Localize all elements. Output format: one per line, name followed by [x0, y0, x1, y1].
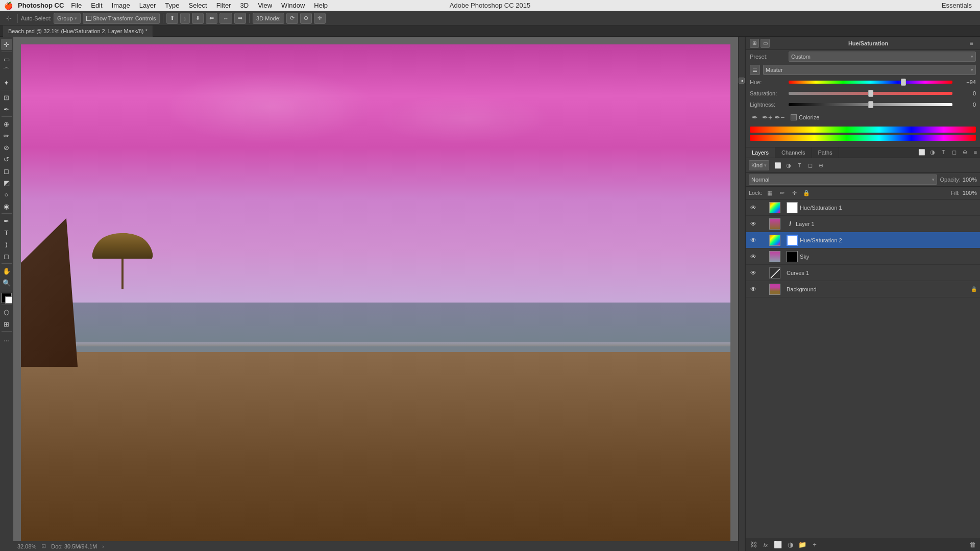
text-tool[interactable]: T	[1, 227, 12, 238]
opacity-value[interactable]: 100%	[963, 177, 977, 183]
magic-wand-tool[interactable]: ✦	[1, 77, 12, 88]
light-slider-track[interactable]	[789, 103, 952, 106]
properties-icon-adjustments[interactable]: ⊞	[750, 39, 759, 48]
show-transform-btn[interactable]: Show Transform Controls	[83, 13, 160, 24]
panel-menu-btn[interactable]: ≡	[971, 147, 980, 157]
history-brush-tool[interactable]: ↺	[1, 154, 12, 165]
brush-tool[interactable]: ✏	[1, 130, 12, 141]
menu-view[interactable]: View	[254, 1, 276, 10]
layer-delete-btn[interactable]: 🗑	[968, 540, 977, 549]
kind-shape-icon[interactable]: ◻	[805, 161, 815, 170]
kind-adjust-icon[interactable]: ◑	[784, 161, 793, 170]
kind-smart-icon[interactable]: ⊕	[816, 161, 825, 170]
path-selection-tool[interactable]: ⟩	[1, 239, 12, 250]
layer-vis-curves1[interactable]: 👁	[749, 268, 758, 278]
layer-mask-sky[interactable]	[787, 251, 798, 262]
screen-mode-tool[interactable]: ⊞	[1, 318, 12, 330]
align-bottom-btn[interactable]: ⬇	[192, 13, 204, 24]
kind-pixel-icon[interactable]: ⬜	[773, 161, 782, 170]
menu-image[interactable]: Image	[108, 1, 134, 10]
eyedropper-tool[interactable]: ✒	[1, 104, 12, 115]
eraser-tool[interactable]: ◻	[1, 165, 12, 177]
healing-brush-tool[interactable]: ⊕	[1, 118, 12, 130]
blur-tool[interactable]: ○	[1, 189, 12, 200]
layer-vis-sky[interactable]: 👁	[749, 252, 758, 261]
background-color-swatch[interactable]	[5, 296, 12, 304]
clone-stamp-tool[interactable]: ⊘	[1, 142, 12, 153]
layer-row-background[interactable]: 👁 Background 🔒	[746, 281, 980, 297]
kind-select[interactable]: Kind ▾	[749, 160, 769, 170]
menu-3d[interactable]: 3D	[236, 1, 253, 10]
preset-select[interactable]: Custom ▾	[789, 52, 976, 62]
lasso-tool[interactable]: ⌒	[1, 65, 12, 77]
layer-vis-layer1[interactable]: 👁	[749, 219, 758, 229]
layer-vis-huesat1[interactable]: 👁	[749, 203, 758, 212]
hue-slider-track[interactable]	[789, 81, 952, 84]
align-hcenter-btn[interactable]: ↔	[219, 13, 232, 24]
layer-row-huesat2[interactable]: 👁 Hue/Saturation 2	[746, 232, 980, 248]
layer-row-layer1[interactable]: 👁 I Layer 1	[746, 216, 980, 232]
channel-icon-btn[interactable]: ☰	[750, 65, 760, 75]
doc-size-arrow[interactable]: ›	[102, 543, 104, 549]
lock-transparent-btn[interactable]: ▦	[765, 188, 774, 197]
tab-paths[interactable]: Paths	[812, 147, 839, 158]
shape-tool[interactable]: ◻	[1, 251, 12, 262]
layer-row-curves1[interactable]: 👁 Curves 1	[746, 265, 980, 281]
eyedropper-tool-btn[interactable]: ✒	[750, 112, 760, 122]
sat-slider-thumb[interactable]	[868, 90, 873, 97]
layer-link-layer1[interactable]	[760, 219, 767, 229]
hand-tool[interactable]: ✋	[1, 265, 12, 277]
tab-layers[interactable]: Layers	[746, 147, 775, 158]
layer-link-huesat2[interactable]	[760, 236, 767, 245]
align-left-btn[interactable]: ⬅	[206, 13, 217, 24]
filter-adjust-icon[interactable]: ◑	[928, 147, 937, 157]
filter-smart-icon[interactable]: ⊕	[960, 147, 969, 157]
menu-select[interactable]: Select	[184, 1, 211, 10]
apple-logo-icon[interactable]: 🍎	[4, 2, 13, 10]
align-right-btn[interactable]: ➡	[234, 13, 246, 24]
essentials-button[interactable]: Essentials	[942, 2, 972, 9]
layer-adjustment-btn[interactable]: ◑	[786, 540, 795, 549]
menu-type[interactable]: Type	[161, 1, 183, 10]
layer-new-btn[interactable]: +	[810, 540, 819, 549]
blend-mode-select[interactable]: Normal ▾	[749, 174, 937, 185]
kind-text-icon[interactable]: T	[795, 161, 804, 170]
dodge-tool[interactable]: ◉	[1, 201, 12, 212]
layer-link-curves1[interactable]	[760, 268, 767, 278]
menu-layer[interactable]: Layer	[135, 1, 160, 10]
layer-vis-huesat2[interactable]: 👁	[749, 236, 758, 245]
light-slider-thumb[interactable]	[868, 101, 873, 108]
layer-fx-btn[interactable]: fx	[761, 540, 770, 549]
lock-all-btn[interactable]: 🔒	[802, 188, 811, 197]
move-tool[interactable]: ✛	[1, 39, 12, 50]
gradient-tool[interactable]: ◩	[1, 177, 12, 188]
menu-filter[interactable]: Filter	[212, 1, 235, 10]
3d-mode-btn[interactable]: 3D Mode:	[253, 13, 284, 24]
eyedropper-minus-btn[interactable]: ✒−	[774, 112, 785, 122]
layer-mask-huesat2[interactable]	[787, 235, 798, 246]
quick-mask-tool[interactable]: ⬡	[1, 307, 12, 318]
colorize-checkbox[interactable]	[791, 114, 797, 120]
fill-value[interactable]: 100%	[963, 190, 977, 196]
align-top-btn[interactable]: ⬆	[166, 13, 178, 24]
3d-pan-btn[interactable]: ✛	[314, 13, 326, 24]
menu-window[interactable]: Window	[277, 1, 309, 10]
crop-tool[interactable]: ⊡	[1, 92, 12, 103]
3d-rotate-btn[interactable]: ⟳	[286, 13, 298, 24]
extra-tools[interactable]: ...	[1, 333, 12, 344]
move-tool-btn[interactable]: ⊹	[3, 13, 14, 24]
layer-link-background[interactable]	[760, 285, 767, 294]
document-tab[interactable]: Beach.psd @ 32.1% (Hue/Saturation 2, Lay…	[3, 26, 153, 37]
foreground-color-swatch[interactable]	[2, 293, 12, 303]
sat-slider-track[interactable]	[789, 92, 952, 95]
menu-file[interactable]: File	[67, 1, 86, 10]
zoom-expand-icon[interactable]: ⊡	[41, 543, 46, 549]
menu-edit[interactable]: Edit	[87, 1, 106, 10]
layer-link-sky[interactable]	[760, 252, 767, 261]
layer-link-huesat1[interactable]	[760, 203, 767, 212]
pen-tool[interactable]: ✒	[1, 215, 12, 227]
layer-mask-btn[interactable]: ⬜	[773, 540, 782, 549]
3d-roll-btn[interactable]: ⊙	[300, 13, 312, 24]
properties-collapse-btn[interactable]: ≡	[967, 39, 976, 48]
collapse-properties-btn[interactable]: ◂	[739, 78, 745, 84]
